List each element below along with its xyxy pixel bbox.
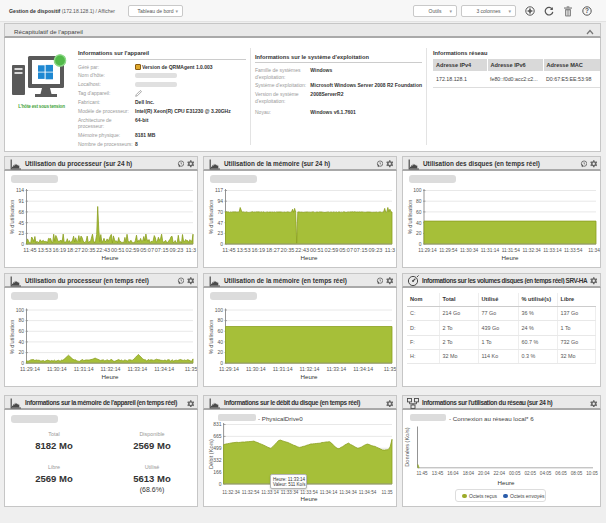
svg-text:20: 20 — [217, 349, 223, 355]
svg-text:40: 40 — [416, 219, 422, 225]
svg-text:100: 100 — [413, 187, 422, 193]
svg-text:117: 117 — [215, 187, 223, 193]
svg-text:11:35: 11:35 — [185, 366, 197, 372]
svg-text:22:43: 22:43 — [295, 246, 309, 252]
svg-text:80: 80 — [217, 317, 223, 323]
svg-text:11:33:14: 11:33:14 — [127, 366, 147, 372]
svg-text:Heure: Heure — [301, 373, 318, 380]
svg-text:16:19: 16:19 — [251, 246, 265, 252]
svg-text:08:05: 08:05 — [571, 471, 583, 476]
svg-text:11:31:14: 11:31:14 — [481, 247, 500, 252]
svg-text:60: 60 — [18, 328, 24, 334]
svg-text:11:35: 11:35 — [384, 366, 396, 372]
svg-text:332: 332 — [213, 457, 222, 463]
svg-text:% d'utilisation: % d'utilisation — [208, 319, 214, 354]
svg-text:166: 166 — [213, 469, 222, 475]
svg-text:11:34: 11:34 — [588, 247, 600, 252]
svg-text:% d'utilisation: % d'utilisation — [9, 319, 15, 354]
svg-text:11:30:14: 11:30:14 — [47, 366, 67, 372]
svg-text:05:07: 05:07 — [339, 246, 353, 252]
svg-text:11:45: 11:45 — [222, 246, 235, 252]
svg-text:11:33:14: 11:33:14 — [261, 490, 279, 495]
svg-text:11:30:14: 11:30:14 — [246, 366, 266, 372]
svg-text:45: 45 — [18, 219, 24, 225]
svg-text:0: 0 — [219, 481, 222, 487]
svg-text:68: 68 — [18, 208, 24, 214]
svg-text:11:34:14: 11:34:14 — [353, 366, 373, 372]
svg-text:04:05: 04:05 — [540, 471, 552, 476]
svg-text:11:32:14: 11:32:14 — [101, 366, 121, 372]
svg-text:665: 665 — [213, 433, 222, 439]
svg-text:20:35: 20:35 — [281, 246, 295, 252]
svg-text:Heure: Heure — [301, 253, 318, 260]
svg-text:20: 20 — [18, 349, 24, 355]
svg-text:11:45: 11:45 — [23, 246, 36, 252]
svg-text:11:31:14: 11:31:14 — [273, 366, 293, 372]
svg-text:11:32:54: 11:32:54 — [242, 490, 260, 495]
svg-text:16:19: 16:19 — [52, 246, 66, 252]
svg-text:94: 94 — [217, 198, 223, 204]
svg-text:11:34:14: 11:34:14 — [320, 490, 338, 495]
svg-text:02:05: 02:05 — [524, 471, 536, 476]
svg-text:11:34:14: 11:34:14 — [154, 366, 174, 372]
svg-text:% d'utilisation: % d'utilisation — [407, 199, 413, 234]
svg-text:11:31:14: 11:31:14 — [74, 366, 94, 372]
svg-text:00:51: 00:51 — [310, 246, 324, 252]
svg-text:?: ? — [585, 7, 589, 14]
svg-text:11:32:34: 11:32:34 — [222, 490, 240, 495]
svg-text:22:04: 22:04 — [494, 471, 506, 476]
svg-text:60: 60 — [217, 328, 223, 334]
svg-text:11:29:14: 11:29:14 — [418, 247, 437, 252]
svg-text:13:53: 13:53 — [237, 246, 251, 252]
svg-text:23: 23 — [18, 230, 24, 236]
svg-text:13:45: 13:45 — [432, 471, 444, 476]
svg-text:0: 0 — [419, 240, 422, 246]
svg-text:18:04: 18:04 — [463, 471, 475, 476]
svg-text:11:35: 11:35 — [381, 490, 393, 495]
svg-text:22:43: 22:43 — [96, 246, 110, 252]
svg-text:11:3: 11:3 — [186, 246, 196, 252]
svg-text:11:33:54: 11:33:54 — [564, 247, 583, 252]
svg-text:114: 114 — [16, 187, 24, 193]
svg-text:10:05: 10:05 — [586, 471, 598, 476]
svg-text:831: 831 — [213, 421, 222, 427]
svg-text:11:32:14: 11:32:14 — [300, 366, 320, 372]
svg-text:11:34:34: 11:34:34 — [339, 490, 357, 495]
svg-text:16:04: 16:04 — [447, 471, 459, 476]
svg-text:02:59: 02:59 — [126, 246, 140, 252]
svg-text:00:51: 00:51 — [111, 246, 125, 252]
svg-text:Heure: Heure — [102, 373, 119, 380]
svg-text:499: 499 — [213, 445, 222, 451]
svg-text:Heure: Heure — [498, 479, 515, 486]
svg-text:Données (Ko/s): Données (Ko/s) — [404, 427, 410, 467]
svg-text:11:32:34: 11:32:34 — [522, 247, 541, 252]
svg-text:Heure: Heure — [102, 253, 119, 260]
svg-text:11:3: 11:3 — [385, 246, 395, 252]
svg-text:Heure: Heure — [502, 253, 519, 260]
svg-text:40: 40 — [217, 338, 223, 344]
svg-text:70: 70 — [217, 208, 223, 214]
svg-text:80: 80 — [416, 198, 422, 204]
svg-text:11:29:14: 11:29:14 — [219, 366, 239, 372]
svg-text:% d'utilisation: % d'utilisation — [9, 199, 15, 234]
svg-text:23: 23 — [217, 230, 223, 236]
svg-text:09:23: 09:23 — [369, 246, 383, 252]
svg-text:100: 100 — [16, 306, 25, 312]
svg-text:13:53: 13:53 — [38, 246, 52, 252]
svg-text:11:30:34: 11:30:34 — [460, 247, 479, 252]
svg-text:18:27: 18:27 — [266, 246, 280, 252]
svg-text:05:07: 05:07 — [140, 246, 154, 252]
svg-text:11:45: 11:45 — [416, 471, 428, 476]
svg-text:07:15: 07:15 — [155, 246, 169, 252]
svg-text:91: 91 — [18, 198, 24, 204]
svg-text:11:33:14: 11:33:14 — [543, 247, 562, 252]
svg-text:20:04: 20:04 — [478, 471, 490, 476]
svg-text:40: 40 — [18, 338, 24, 344]
svg-text:11:33:14: 11:33:14 — [326, 366, 346, 372]
svg-text:% d'utilisation: % d'utilisation — [208, 199, 214, 234]
svg-text:11:34:54: 11:34:54 — [359, 490, 377, 495]
svg-text:06:05: 06:05 — [555, 471, 567, 476]
svg-text:18:27: 18:27 — [67, 246, 81, 252]
svg-text:47: 47 — [217, 219, 223, 225]
svg-text:Débit (Ko/s): Débit (Ko/s) — [208, 439, 214, 469]
